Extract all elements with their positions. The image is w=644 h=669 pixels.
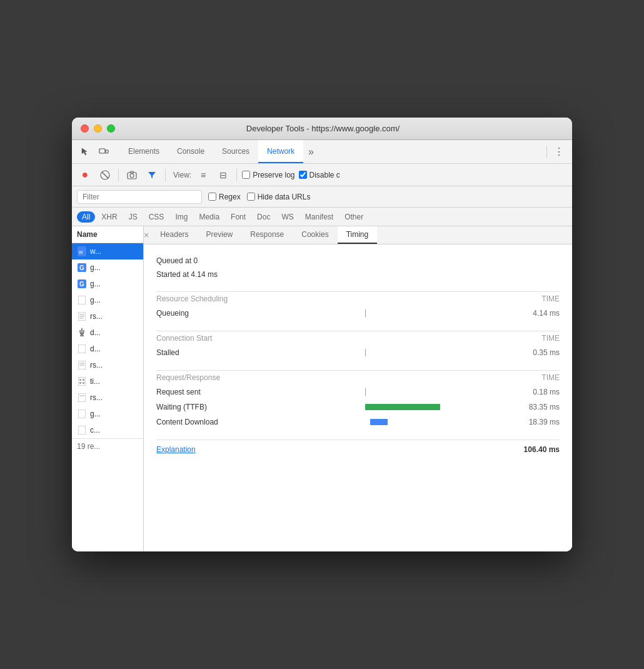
network-toolbar: ● View: ≡ — [72, 164, 572, 186]
request-response-header: Request/Response TIME — [156, 370, 560, 385]
tab-bar: Elements Console Sources Network » ⋮ — [72, 140, 572, 164]
explanation-link[interactable]: Explanation — [156, 445, 196, 454]
file-name-w: w... — [90, 247, 101, 256]
type-doc-button[interactable]: Doc — [252, 211, 275, 223]
file-item-c[interactable]: c... — [72, 422, 143, 438]
type-xhr-button[interactable]: XHR — [96, 211, 122, 223]
waiting-ttfb-bar-area — [269, 404, 510, 410]
svg-text:G: G — [79, 264, 84, 271]
clear-button[interactable] — [97, 167, 113, 183]
waiting-ttfb-bar — [365, 404, 440, 410]
file-item-rs1[interactable]: rs... — [72, 308, 143, 324]
type-js-button[interactable]: JS — [124, 211, 143, 223]
started-at-line: Started at 4.14 ms — [156, 268, 560, 282]
svg-rect-30 — [78, 410, 86, 418]
group-view-button[interactable]: ⊟ — [215, 167, 231, 183]
connection-start-header: Connection Start TIME — [156, 331, 560, 345]
tab-elements[interactable]: Elements — [119, 140, 168, 163]
svg-rect-19 — [78, 345, 86, 353]
preserve-log-checkbox[interactable] — [242, 171, 250, 179]
queueing-label: Queueing — [156, 309, 269, 318]
request-sent-time: 0.18 ms — [510, 388, 560, 396]
svg-rect-23 — [78, 377, 86, 386]
content-download-bar-track — [269, 419, 510, 425]
filter-button[interactable] — [144, 167, 160, 183]
request-response-section: Request/Response TIME Request sent 0.18 … — [156, 370, 560, 430]
file-list: Name w w... G g... G g — [72, 226, 144, 551]
hide-data-urls-group: Hide data URLs — [247, 193, 311, 201]
tab-cookies[interactable]: Cookies — [293, 226, 337, 244]
regex-label: Regex — [219, 193, 241, 201]
file-item-rs3[interactable]: rs... — [72, 390, 143, 406]
tab-response[interactable]: Response — [241, 226, 293, 244]
file-item-ti[interactable]: ti... — [72, 373, 143, 390]
record-button[interactable]: ● — [77, 167, 93, 183]
stalled-row: Stalled 0.35 ms — [156, 345, 560, 360]
file-icon-g4 — [77, 409, 87, 419]
toolbar-sep-2 — [165, 169, 166, 181]
disable-cache-checkbox[interactable] — [299, 171, 307, 179]
tab-separator — [546, 146, 547, 158]
tab-console[interactable]: Console — [168, 140, 213, 163]
file-item-d1[interactable]: d... — [72, 324, 143, 341]
camera-button[interactable] — [124, 167, 140, 183]
svg-rect-1 — [106, 150, 108, 153]
type-other-button[interactable]: Other — [340, 211, 368, 223]
waiting-ttfb-bar-track — [269, 404, 510, 410]
tab-menu-button[interactable]: ⋮ — [551, 144, 567, 160]
file-item-g2[interactable]: G g... — [72, 276, 143, 292]
tab-headers[interactable]: Headers — [151, 226, 197, 244]
file-item-rs2[interactable]: rs... — [72, 357, 143, 373]
type-ws-button[interactable]: WS — [276, 211, 298, 223]
detail-close-button[interactable]: × — [144, 230, 149, 240]
type-css-button[interactable]: CSS — [144, 211, 169, 223]
stalled-bar-track — [269, 350, 510, 356]
file-count: 19 re... — [72, 438, 143, 454]
main-content: Name w w... G g... G g — [72, 226, 572, 551]
type-manifest-button[interactable]: Manifest — [300, 211, 338, 223]
file-list-header: Name — [72, 226, 143, 243]
type-font-button[interactable]: Font — [226, 211, 251, 223]
file-item-g1[interactable]: G g... — [72, 259, 143, 276]
total-time: 106.40 ms — [524, 445, 560, 454]
tab-more-button[interactable]: » — [303, 140, 319, 163]
view-label: View: — [173, 171, 191, 179]
timing-total-row: Explanation 106.40 ms — [156, 440, 560, 459]
queueing-bar-line — [365, 309, 366, 317]
type-media-button[interactable]: Media — [194, 211, 224, 223]
hide-data-urls-checkbox[interactable] — [247, 193, 255, 201]
file-icon-g1: G — [77, 263, 87, 273]
svg-rect-13 — [78, 296, 86, 304]
file-item-g4[interactable]: g... — [72, 406, 143, 422]
title-bar: Developer Tools - https://www.google.com… — [72, 118, 572, 140]
file-item-d2[interactable]: d... — [72, 341, 143, 357]
tab-preview[interactable]: Preview — [198, 226, 242, 244]
svg-rect-24 — [79, 379, 81, 381]
file-item-g3[interactable]: g... — [72, 292, 143, 308]
file-item-w[interactable]: w w... — [72, 243, 143, 259]
stalled-time: 0.35 ms — [510, 348, 560, 357]
resource-scheduling-header: Resource Scheduling TIME — [156, 291, 560, 306]
filter-input[interactable] — [77, 190, 202, 204]
inspect-icon[interactable] — [77, 144, 93, 160]
list-view-button[interactable]: ≡ — [195, 167, 211, 183]
device-toggle-icon[interactable] — [96, 144, 112, 160]
file-icon-w: w — [77, 246, 87, 256]
file-name-rs2: rs... — [90, 361, 103, 370]
type-img-button[interactable]: Img — [170, 211, 193, 223]
tab-sources[interactable]: Sources — [213, 140, 258, 163]
toolbar-sep-1 — [118, 169, 119, 181]
file-name-ti: ti... — [90, 377, 100, 386]
file-name-rs3: rs... — [90, 393, 103, 402]
queued-at-line: Queued at 0 — [156, 254, 560, 268]
regex-checkbox[interactable] — [208, 193, 216, 201]
file-icon-ti — [77, 376, 87, 386]
tab-timing[interactable]: Timing — [338, 226, 378, 244]
toolbar-sep-3 — [236, 169, 237, 181]
waiting-ttfb-row: Waiting (TTFB) 83.35 ms — [156, 400, 560, 415]
svg-text:G: G — [79, 281, 84, 288]
tab-network[interactable]: Network — [258, 140, 303, 163]
queueing-time: 4.14 ms — [510, 309, 560, 318]
file-icon-rs3 — [77, 393, 87, 403]
type-all-button[interactable]: All — [77, 211, 95, 223]
